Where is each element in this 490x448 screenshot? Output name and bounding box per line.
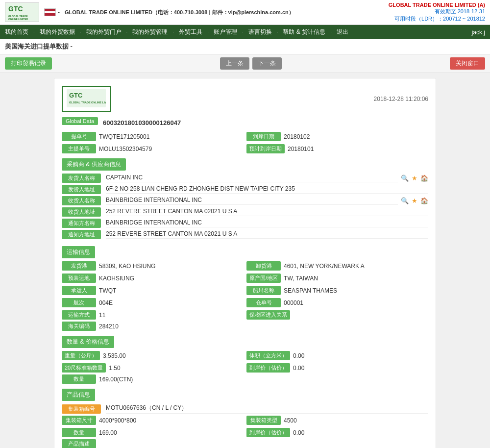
voyage-field: 航次 004E	[62, 298, 244, 307]
volume-label: 体积（立方米）	[246, 351, 290, 360]
nav-trade-portal[interactable]: 我的外贸门户	[81, 25, 126, 39]
nav-buttons: 上一条 下一条	[220, 57, 282, 70]
product-quantity-value: 169.00	[99, 429, 117, 436]
us-flag	[44, 8, 56, 16]
bill-no-value: TWQTE171205001	[99, 133, 149, 140]
search-icon[interactable]: 🔍	[401, 174, 409, 182]
consignee-star-icon[interactable]: ★	[412, 197, 417, 204]
transport-mode-value: 11	[99, 312, 105, 319]
shipper-addr-label: 发货人地址	[62, 185, 101, 194]
prev-button[interactable]: 上一条	[220, 57, 249, 70]
unit-price-field: 到岸价（估价） 0.00	[246, 363, 428, 373]
consignee-addr-row: 收货人地址 252 REVERE STREET CANTON MA 02021 …	[62, 207, 428, 217]
flag-separator: -	[58, 9, 60, 16]
nav-trade-mgmt[interactable]: 我的外贸管理	[127, 25, 172, 39]
notify-addr-label: 通知方地址	[62, 230, 101, 239]
home-icon[interactable]: 🏠	[420, 174, 428, 182]
nav-help[interactable]: 帮助 & 货计信息	[278, 25, 330, 39]
arrival-date-field: 到岸日期 20180102	[246, 132, 428, 141]
logo-image: GTC GLOBAL TRADE ONLINE LIMITED	[5, 2, 39, 22]
consignee-home-icon[interactable]: 🏠	[420, 197, 428, 204]
page-title-bar: 美国海关进口提单数据 -	[0, 39, 490, 54]
bill-fields: 提单号 TWQTE171205001 到岸日期 20180102 主提单号 MO…	[62, 132, 428, 153]
origin-region-label: 原产国/地区	[246, 274, 281, 283]
desc-label-row: 产品描述	[62, 439, 428, 448]
nav-tools[interactable]: 外贸工具	[174, 25, 207, 39]
arrival-date-label: 到岸日期	[246, 132, 281, 141]
std20-field: 20尺标准箱数量 1.50	[62, 363, 244, 373]
flag-area: -	[44, 8, 60, 16]
consignee-search-icon[interactable]: 🔍	[401, 197, 409, 204]
record-datetime: 2018-12-28 11:20:06	[374, 96, 428, 102]
unit-price-value: 0.00	[293, 365, 304, 372]
est-arrival-label: 预计到岸日期	[246, 144, 285, 153]
consignee-name-label: 收货人名称	[62, 196, 101, 205]
arrival-price-label: 到岸价（估价）	[246, 428, 290, 437]
departure-port-value: 58309, KAO HSIUNG	[99, 263, 155, 270]
user-name[interactable]: jack.j	[467, 26, 490, 39]
valid-until: 有效期至 2018-12-31	[389, 8, 485, 15]
storage-no-label: 仓单号	[246, 298, 281, 307]
main-content: GTC GLOBAL TRADE ONLINE LIMITED 2018-12-…	[49, 73, 441, 448]
carrier-field: 承运人 TWQT	[62, 286, 244, 295]
shipper-name-value-area: CAPTAIN INC 🔍 ★ 🏠	[106, 174, 428, 182]
nav-language[interactable]: 语言切换	[244, 25, 277, 39]
nav-account[interactable]: 账户管理	[209, 25, 242, 39]
quantity-value: 169.00(CTN)	[99, 376, 133, 383]
std20-label: 20尺标准箱数量	[62, 363, 106, 373]
transport-header: 运输信息	[62, 246, 95, 258]
std20-value: 1.50	[109, 365, 120, 372]
nav-home[interactable]: 我的首页	[0, 25, 33, 39]
close-button[interactable]: 关闭窗口	[450, 57, 485, 70]
print-button[interactable]: 打印贸易记录	[5, 57, 52, 70]
nav-user: jack.j	[467, 26, 490, 39]
next-button[interactable]: 下一条	[252, 57, 282, 70]
origin-region-value: TW, TAIWAN	[284, 275, 318, 282]
carrier-label: 承运人	[62, 286, 96, 295]
volume-value: 0.00	[293, 352, 304, 359]
account-info: GLOBAL TRADE ONLINE LIMITED (A) 有效期至 201…	[389, 2, 485, 23]
product-quantity-field: 数量 169.00	[62, 428, 244, 437]
bill-no-label: 提单号	[62, 132, 96, 141]
container-type-field: 集装箱类型 4500	[246, 416, 428, 425]
global-data-row: Global Data 6003201801030000126047	[62, 117, 428, 128]
shipper-name-label: 发货人名称	[62, 174, 101, 183]
product-header: 产品信息	[62, 389, 95, 401]
shipper-addr-row: 发货人地址 6F-2 NO 258 LIAN CHENG RD ZHONGHE …	[62, 185, 428, 194]
consignee-name-value: BAINBRIDGE INTERNATIONAL INC	[106, 197, 398, 205]
storage-no-field: 仓单号 000001	[246, 298, 428, 307]
star-icon[interactable]: ★	[412, 174, 417, 182]
vessel-name-field: 船只名称 SEASPAN THAMES	[246, 286, 428, 295]
master-bill-label: 主提单号	[62, 144, 96, 153]
quantity-price-section: 数量 & 价格信息 重量（公斤） 3,535.00 体积（立方米） 0.00 2…	[62, 331, 428, 384]
notify-name-label: 通知方名称	[62, 219, 101, 228]
est-arrival-field: 预计到岸日期 20180101	[246, 144, 428, 153]
record-header: GTC GLOBAL TRADE ONLINE LIMITED 2018-12-…	[62, 86, 428, 112]
container-size-value: 4000*900*800	[99, 417, 136, 424]
container-size-field: 集装箱尺寸 4000*900*800	[62, 416, 244, 425]
arrival-price-value: 0.00	[293, 429, 304, 436]
quantity-price-header: 数量 & 价格信息	[62, 336, 114, 348]
quantity-price-fields: 重量（公斤） 3,535.00 体积（立方米） 0.00 20尺标准箱数量 1.…	[62, 351, 428, 373]
ldr-info: 可用时段（LDR）：200712 ~ 201812	[389, 15, 485, 23]
voyage-label: 航次	[62, 298, 96, 307]
carrier-value: TWQT	[99, 287, 116, 294]
transport-mode-label: 运输方式	[62, 310, 96, 320]
quantity-label: 数量	[62, 374, 96, 384]
svg-text:GTC: GTC	[69, 92, 83, 99]
est-arrival-value: 20180101	[288, 146, 314, 152]
consignee-addr-value: 252 REVERE STREET CANTON MA 02021 U S A	[106, 208, 428, 216]
page-title: 美国海关进口提单数据 -	[5, 43, 73, 50]
nav-trade-data[interactable]: 我的外贸数据	[35, 25, 80, 39]
departure-port-label: 发货港	[62, 261, 96, 271]
notify-name-row: 通知方名称 BAINBRIDGE INTERNATIONAL INC	[62, 219, 428, 228]
shipper-name-row: 发货人名称 CAPTAIN INC 🔍 ★ 🏠	[62, 174, 428, 183]
transport-section: 运输信息 发货港 58309, KAO HSIUNG 卸货港 4601, NEW…	[62, 241, 428, 331]
container-no-label: 集装箱编号	[62, 404, 101, 414]
company-name: GLOBAL TRADE ONLINE LIMITED（电话：400-710-3…	[65, 9, 294, 16]
svg-text:ONLINE LIMITED: ONLINE LIMITED	[8, 18, 28, 21]
container-no-value: MOTU0667636（CN / L / CY）	[106, 404, 428, 414]
nav-exit[interactable]: 退出	[332, 25, 353, 39]
consignee-addr-label: 收货人地址	[62, 207, 101, 217]
header-left: GTC GLOBAL TRADE ONLINE LIMITED - GLOBAL…	[5, 2, 294, 22]
